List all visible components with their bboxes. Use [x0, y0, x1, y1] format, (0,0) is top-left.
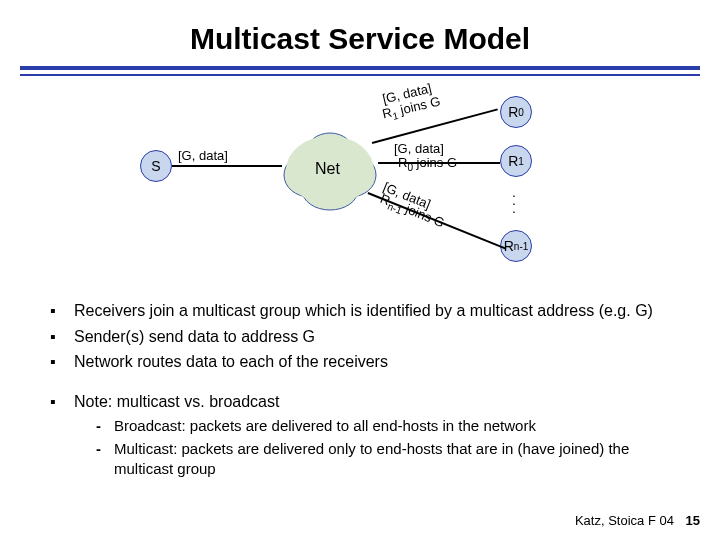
edge-net-r1-label-a: [G, data] [394, 141, 444, 156]
sub-bullet-list: -Broadcast: packets are delivered to all… [96, 416, 680, 479]
net-label: Net [315, 160, 340, 178]
spacer [50, 377, 680, 391]
sub-bullet-2: -Multicast: packets are delivered only t… [96, 439, 680, 480]
bullet-4: ▪Note: multicast vs. broadcast [50, 391, 680, 413]
bullet-2: ▪Sender(s) send data to address G [50, 326, 680, 348]
bullet-1-text: Receivers join a multicast group which i… [74, 300, 653, 322]
receiver-node-n-base: R [504, 238, 514, 254]
source-node: S [140, 150, 172, 182]
sub-bullet-marker: - [96, 439, 114, 480]
source-node-label: S [151, 158, 160, 174]
receiver-node-n-sub: n-1 [514, 241, 528, 252]
receiver-node-1-base: R [508, 153, 518, 169]
receiver-node-1-sub: 1 [518, 156, 524, 167]
bullet-2-text: Sender(s) send data to address G [74, 326, 315, 348]
sub-bullet-2-text: Multicast: packets are delivered only to… [114, 439, 680, 480]
page-number: 15 [686, 513, 700, 528]
bullet-1: ▪Receivers join a multicast group which … [50, 300, 680, 322]
footer-text: Katz, Stoica F 04 [575, 513, 674, 528]
receiver-node-0-base: R [508, 104, 518, 120]
receiver-node-n: Rn-1 [500, 230, 532, 262]
edge-s-net-label: [G, data] [178, 148, 228, 163]
bullet-4-text: Note: multicast vs. broadcast [74, 391, 279, 413]
sub-bullet-1-text: Broadcast: packets are delivered to all … [114, 416, 536, 436]
receiver-node-0-sub: 0 [518, 107, 524, 118]
receiver-node-1: R1 [500, 145, 532, 177]
sub-bullet-1: -Broadcast: packets are delivered to all… [96, 416, 680, 436]
edge-r1-b-post: joins G [413, 155, 457, 170]
bullet-marker: ▪ [50, 326, 74, 348]
divider-thick [20, 66, 700, 70]
slide: Multicast Service Model Net S R0 R1 [0, 0, 720, 540]
receiver-node-0: R0 [500, 96, 532, 128]
sub-bullet-marker: - [96, 416, 114, 436]
page-title: Multicast Service Model [0, 22, 720, 56]
bullet-3: ▪Network routes data to each of the rece… [50, 351, 680, 373]
bullet-marker: ▪ [50, 300, 74, 322]
edge-net-r1-label-b: R0 joins G [398, 155, 457, 173]
bullet-marker: ▪ [50, 351, 74, 373]
edge-s-net [172, 165, 282, 167]
bullet-3-text: Network routes data to each of the recei… [74, 351, 388, 373]
edge-r1-b-pre: R [398, 155, 407, 170]
bullet-marker: ▪ [50, 391, 74, 413]
footer: Katz, Stoica F 04 15 [0, 513, 700, 528]
bullet-list: ▪Receivers join a multicast group which … [50, 300, 680, 481]
divider-thin [20, 74, 700, 76]
diagram: Net S R0 R1 ... Rn-1 [G, data] [G, data]… [120, 100, 600, 280]
vertical-ellipsis: ... [512, 188, 516, 212]
